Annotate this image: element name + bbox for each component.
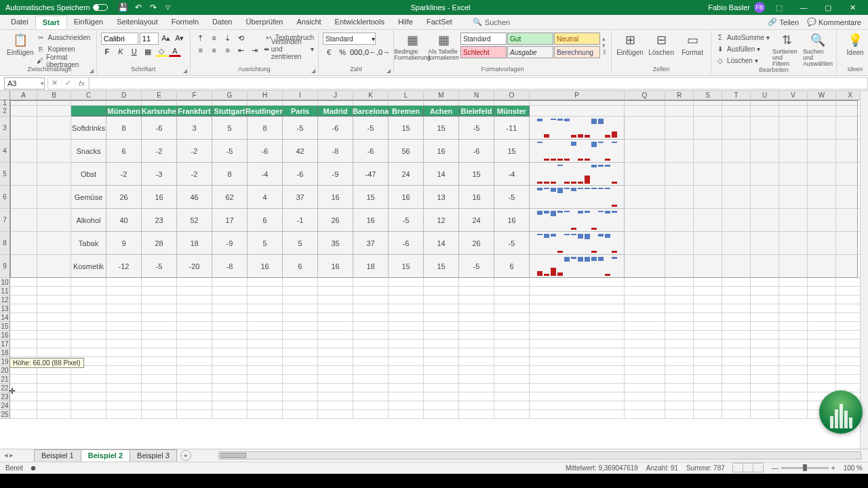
tab-datei[interactable]: Datei: [4, 16, 35, 29]
autosum-button[interactable]: ΣAutoSumme ▾: [715, 33, 770, 43]
inc-decimal-icon[interactable]: ,0←: [363, 47, 376, 58]
tab-daten[interactable]: Daten: [205, 16, 239, 29]
name-box[interactable]: A3▾: [4, 77, 45, 89]
cut-button[interactable]: ✂Ausschneiden: [36, 33, 92, 43]
indent-inc-icon[interactable]: ⇥: [249, 45, 261, 56]
zoom-slider[interactable]: —+: [772, 464, 835, 472]
share-button[interactable]: 🔗 Teilen: [768, 18, 799, 26]
indent-dec-icon[interactable]: ⇤: [235, 45, 248, 56]
style-gut[interactable]: Gut: [507, 33, 553, 45]
macro-record-icon[interactable]: ⏺: [30, 464, 37, 472]
align-mid-icon[interactable]: ≡: [208, 33, 220, 43]
align-top-icon[interactable]: ⇡: [195, 33, 207, 43]
paste-button[interactable]: 📋Einfügen: [7, 33, 33, 56]
minimize-button[interactable]: —: [793, 0, 814, 15]
formula-input[interactable]: [90, 77, 868, 89]
orientation-icon[interactable]: ⟲: [235, 33, 248, 43]
tab-factset[interactable]: FactSet: [420, 16, 459, 29]
horizontal-scrollbar[interactable]: [218, 451, 861, 460]
ribbon-mode-icon[interactable]: ⬚: [769, 0, 789, 15]
ribbon: 📋Einfügen ✂Ausschneiden ⎘Kopieren 🖌Forma…: [0, 30, 868, 76]
percent-icon[interactable]: %: [336, 47, 349, 58]
find-select-button[interactable]: 🔍Suchen und Auswählen: [804, 33, 832, 67]
group-number: Standard▾ €%000,0←,0→ Zahl◢: [319, 31, 394, 74]
fill-color-button[interactable]: ◇: [155, 46, 167, 57]
eraser-icon: ◇: [715, 57, 725, 64]
maximize-button[interactable]: ▢: [818, 0, 838, 15]
align-left-icon[interactable]: ≡: [195, 45, 207, 56]
comma-icon[interactable]: 000: [350, 47, 362, 58]
sheet-tab[interactable]: Beispiel 1: [34, 449, 81, 462]
currency-icon[interactable]: €: [323, 47, 335, 58]
tab-nav-prev-icon[interactable]: ◂: [4, 451, 8, 460]
clear-button[interactable]: ◇Löschen ▾: [715, 56, 770, 66]
view-buttons[interactable]: [733, 463, 764, 474]
row-headers[interactable]: 1234567891011121314151617181920212223242…: [0, 100, 10, 419]
qat-more-icon[interactable]: ▽: [163, 3, 173, 12]
italic-button[interactable]: K: [115, 46, 127, 57]
zoom-level[interactable]: 100 %: [844, 464, 863, 472]
delete-cells-button[interactable]: ⊟Löschen: [647, 33, 675, 56]
tab-ansicht[interactable]: Ansicht: [290, 16, 328, 29]
fill-button[interactable]: ⬇Ausfüllen ▾: [715, 44, 770, 54]
close-button[interactable]: ✕: [842, 0, 863, 15]
vertical-scrollbar[interactable]: [860, 91, 868, 455]
bold-button[interactable]: F: [101, 46, 113, 57]
font-size-input[interactable]: [140, 33, 159, 45]
number-format-select[interactable]: Standard▾: [323, 33, 376, 45]
style-ausgabe[interactable]: Ausgabe: [507, 46, 553, 58]
tab-entwicklertools[interactable]: Entwicklertools: [328, 16, 391, 29]
shrink-font-icon[interactable]: A▾: [174, 33, 186, 43]
worksheet-grid[interactable]: ABCDEFGHIJKLMNOPQRSTUVWXY 12345678910111…: [0, 91, 868, 455]
align-center-icon[interactable]: ≡: [208, 45, 220, 56]
style-berechnung[interactable]: Berechnung: [554, 46, 600, 58]
tell-me-search[interactable]: 🔍Suchen: [473, 18, 510, 26]
resize-cursor-icon: ✛: [9, 386, 16, 396]
sheet-tab[interactable]: Beispiel 2: [81, 449, 130, 462]
brush-icon: 🖌: [36, 57, 43, 64]
fx-icon[interactable]: fx: [75, 78, 89, 89]
tab-einfügen[interactable]: Einfügen: [67, 16, 110, 29]
align-bot-icon[interactable]: ⇣: [222, 33, 234, 43]
accept-formula-icon[interactable]: ✓: [62, 78, 75, 89]
style-neutral[interactable]: Neutral: [554, 33, 600, 45]
format-painter-button[interactable]: 🖌Format übertragen: [36, 56, 92, 66]
group-font: A▴A▾ F K U ▦ ◇ A Schriftart◢: [97, 31, 191, 74]
style-standard[interactable]: Standard: [460, 33, 507, 45]
comments-button[interactable]: 💬 Kommentare: [807, 18, 861, 26]
conditional-format-button[interactable]: ▦Bedingte Formatierung: [398, 33, 427, 61]
format-table-button[interactable]: ▦Als Tabelle formatieren: [429, 33, 458, 61]
user-name[interactable]: Fabio Basler: [708, 3, 750, 12]
font-color-button[interactable]: A: [169, 46, 181, 57]
tab-hilfe[interactable]: Hilfe: [391, 16, 420, 29]
font-name-input[interactable]: [101, 33, 138, 45]
grow-font-icon[interactable]: A▴: [160, 33, 172, 43]
format-cells-button[interactable]: ▭Format: [678, 33, 707, 56]
undo-icon[interactable]: ↶: [134, 3, 143, 12]
merge-center-button[interactable]: ⬌Verbinden und zentrieren ▾: [264, 44, 314, 54]
tab-formeln[interactable]: Formeln: [165, 16, 205, 29]
tab-seitenlayout[interactable]: Seitenlayout: [110, 16, 165, 29]
window-title: Sparklines - Excel: [173, 3, 709, 12]
dec-decimal-icon[interactable]: ,0→: [377, 47, 389, 58]
column-headers[interactable]: ABCDEFGHIJKLMNOPQRSTUVWXY: [10, 91, 868, 100]
tab-nav-next-icon[interactable]: ▸: [9, 451, 14, 460]
border-button[interactable]: ▦: [142, 46, 154, 57]
sort-filter-button[interactable]: ⇅Sortieren und Filtern: [772, 33, 801, 67]
underline-button[interactable]: U: [128, 46, 140, 57]
cancel-formula-icon[interactable]: ✕: [48, 78, 62, 89]
insert-cells-button[interactable]: ⊞Einfügen: [616, 33, 644, 56]
add-sheet-button[interactable]: +: [180, 450, 191, 461]
styles-more-icon[interactable]: ⊻: [602, 49, 607, 56]
autosave-toggle[interactable]: Automatisches Speichern: [5, 3, 108, 12]
tab-start[interactable]: Start: [35, 16, 67, 29]
tab-überprüfen[interactable]: Überprüfen: [239, 16, 290, 29]
save-icon[interactable]: 💾: [119, 3, 128, 12]
ideas-button[interactable]: 💡Ideen: [841, 33, 868, 56]
style-schlecht[interactable]: Schlecht: [460, 46, 507, 58]
redo-icon[interactable]: ↷: [149, 3, 158, 12]
status-sum: Summe: 787: [686, 464, 725, 472]
user-avatar[interactable]: FB: [754, 2, 765, 13]
align-right-icon[interactable]: ≡: [222, 45, 234, 56]
sheet-tab[interactable]: Beispiel 3: [130, 449, 177, 462]
